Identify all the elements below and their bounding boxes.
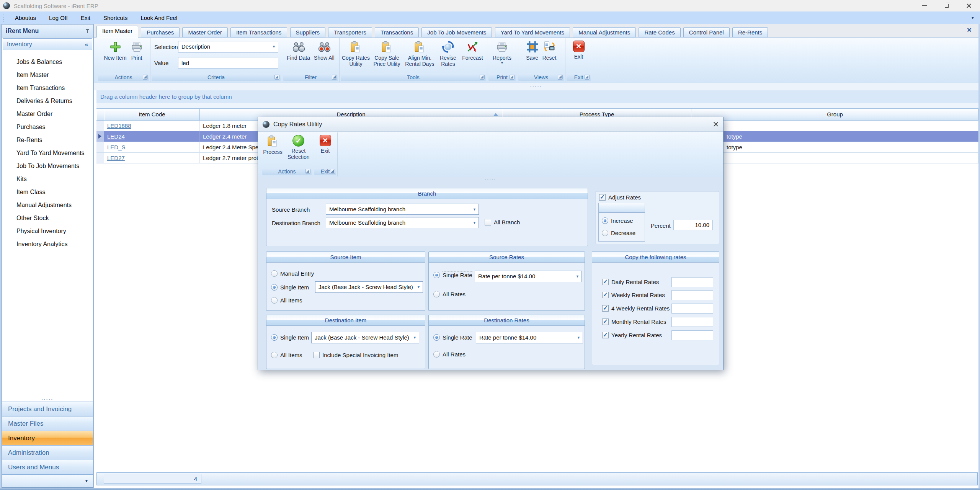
sidebar-item-deliveries-returns[interactable]: Deliveries & Returns [2, 95, 93, 108]
group-by-band[interactable]: Drag a column header here to group by th… [96, 90, 978, 103]
record-count-box[interactable]: 4 [104, 474, 201, 484]
exit-button[interactable]: Exit [573, 41, 585, 60]
destination-single-rate-radio[interactable]: Single Rate [433, 334, 472, 341]
sidebar-item-re-rents[interactable]: Re-Rents [2, 134, 93, 147]
sidebar-item-item-transactions[interactable]: Item Transactions [2, 82, 93, 95]
sidebar-section-projects-invoicing[interactable]: Projects and Invoicing [2, 402, 93, 416]
minimize-button[interactable] [913, 0, 936, 11]
sidebar-section-administration[interactable]: Administration [2, 445, 93, 460]
weekly-rental-rates-checkbox[interactable]: Weekly Rental Rates [602, 292, 665, 298]
print-button[interactable]: Print [131, 41, 143, 61]
yearly-rate-input[interactable] [671, 330, 713, 340]
save-button[interactable]: Save [526, 41, 539, 61]
four-weekly-rate-input[interactable] [671, 304, 713, 314]
column-header-group[interactable]: Group [691, 109, 978, 120]
revise-rates-button[interactable]: Revise Rates [437, 41, 459, 67]
dialog-launcher-icon[interactable] [510, 75, 514, 80]
menu-item-exit[interactable]: Exit [74, 11, 97, 24]
source-single-item-select[interactable]: Jack (Base Jack - Screw Head Style) [315, 281, 423, 293]
align-min-rental-days-button[interactable]: Align Min. Rental Days [403, 41, 436, 67]
tab-transactions[interactable]: Transactions [375, 27, 419, 38]
sidebar-item-job-to-job[interactable]: Job To Job Movements [2, 160, 93, 173]
dialog-splitter[interactable] [258, 177, 723, 183]
four-weekly-rental-rates-checkbox[interactable]: 4 Weekly Rental Rates [602, 305, 670, 312]
menu-item-aboutus[interactable]: Aboutus [8, 11, 42, 24]
destination-single-rate-select[interactable]: Rate per tonne $14.00 [476, 332, 583, 343]
monthly-rental-rates-checkbox[interactable]: Monthly Rental Rates [602, 318, 666, 325]
sidebar-item-other-stock[interactable]: Other Stock [2, 212, 93, 225]
menu-overflow-icon[interactable] [971, 16, 975, 20]
sidebar-item-kits[interactable]: Kits [2, 173, 93, 186]
collapse-icon[interactable] [85, 41, 88, 47]
destination-single-item-select[interactable]: Jack (Base Jack - Screw Head Style) [311, 332, 419, 343]
process-button[interactable]: Process [263, 135, 283, 155]
tab-transporters[interactable]: Transporters [328, 27, 372, 38]
daily-rental-rates-checkbox[interactable]: Daily Rental Rates [602, 279, 659, 285]
new-item-button[interactable]: New Item [104, 41, 126, 61]
pin-icon[interactable] [85, 28, 90, 34]
sidebar-item-master-order[interactable]: Master Order [2, 108, 93, 121]
destination-branch-select[interactable]: Melbourne Scaffolding branch [326, 217, 479, 228]
dialog-launcher-icon[interactable] [558, 75, 563, 80]
column-header-item-code[interactable]: Item Code [104, 109, 200, 120]
increase-radio[interactable]: Increase [602, 217, 633, 224]
copy-sale-price-utility-button[interactable]: Copy Sale Price Utility [371, 41, 403, 67]
show-all-button[interactable]: Show All [314, 41, 335, 61]
sidebar-item-manual-adjustments[interactable]: Manual Adjustments [2, 199, 93, 212]
dialog-launcher-icon[interactable] [330, 169, 335, 174]
sidebar-section-users-menus[interactable]: Users and Menus [2, 460, 93, 474]
source-single-item-radio[interactable]: Single Item [271, 284, 309, 291]
destination-all-rates-radio[interactable]: All Rates [433, 351, 466, 358]
sidebar-item-item-class[interactable]: Item Class [2, 186, 93, 199]
item-code-link[interactable]: LED27 [104, 153, 200, 163]
dialog-launcher-icon[interactable] [274, 75, 279, 80]
dialog-close-icon[interactable] [713, 121, 719, 127]
source-branch-select[interactable]: Melbourne Scaffolding branch [326, 204, 479, 215]
source-all-rates-radio[interactable]: All Rates [433, 291, 466, 297]
dialog-launcher-icon[interactable] [332, 75, 337, 80]
find-data-button[interactable]: Find Data [287, 41, 310, 61]
daily-rate-input[interactable] [671, 277, 713, 287]
menu-item-logoff[interactable]: Log Off [42, 11, 74, 24]
copy-rates-utility-button[interactable]: Copy Rates Utility [341, 41, 371, 67]
include-special-invoicing-checkbox[interactable]: Include Special Invoicing Item [313, 352, 398, 358]
tab-suppliers[interactable]: Suppliers [290, 27, 326, 38]
forecast-button[interactable]: Forecast [460, 41, 485, 61]
close-button[interactable] [958, 0, 980, 11]
item-code-link[interactable]: LED24 [104, 131, 200, 142]
decrease-radio[interactable]: Decrease [602, 230, 635, 236]
sidebar-item-jobs-balances[interactable]: Jobs & Balances [2, 56, 93, 69]
sidebar-section-master-files[interactable]: Master Files [2, 416, 93, 431]
source-all-items-radio[interactable]: All Items [271, 297, 302, 304]
sidebar-group-inventory[interactable]: Inventory [3, 38, 92, 50]
sidebar-section-inventory[interactable]: Inventory [2, 431, 93, 445]
reset-selection-button[interactable]: Reset Selection [286, 135, 311, 160]
tab-purchases[interactable]: Purchases [141, 27, 180, 38]
tab-job-to-job[interactable]: Job To Job Movements [421, 27, 492, 38]
destination-all-items-radio[interactable]: All Items [271, 352, 302, 358]
selection-select[interactable]: Description [178, 41, 278, 52]
sidebar-item-item-master[interactable]: Item Master [2, 69, 93, 82]
monthly-rate-input[interactable] [671, 317, 713, 327]
tab-close-icon[interactable] [966, 27, 972, 33]
sidebar-splitter[interactable] [2, 397, 93, 402]
yearly-rental-rates-checkbox[interactable]: Yearly Rental Rates [602, 332, 662, 338]
source-single-rate-select[interactable]: Rate per tonne $14.00 [475, 271, 582, 282]
item-code-link[interactable]: LED_S [104, 142, 200, 152]
tab-manual-adjustments[interactable]: Manual Adjustments [573, 27, 636, 38]
sidebar-item-yard-to-yard[interactable]: Yard To Yard Movements [2, 147, 93, 160]
reset-button[interactable]: Reset [542, 41, 557, 61]
dialog-exit-button[interactable]: Exit [320, 135, 331, 154]
all-branch-checkbox[interactable]: All Branch [485, 219, 520, 225]
tab-re-rents[interactable]: Re-Rents [732, 27, 768, 38]
menu-item-shortcuts[interactable]: Shortcuts [97, 11, 134, 24]
weekly-rate-input[interactable] [671, 290, 713, 300]
menu-item-lookandfeel[interactable]: Look And Feel [134, 11, 184, 24]
dialog-launcher-icon[interactable] [143, 75, 148, 80]
ribbon-splitter[interactable] [94, 83, 978, 90]
tab-rate-codes[interactable]: Rate Codes [639, 27, 680, 38]
manual-entry-radio[interactable]: Manual Entry [271, 270, 314, 277]
tab-item-transactions[interactable]: Item Transactions [230, 27, 287, 38]
value-input[interactable] [178, 57, 278, 69]
adjust-rates-checkbox[interactable]: Adjust Rates [599, 194, 641, 201]
